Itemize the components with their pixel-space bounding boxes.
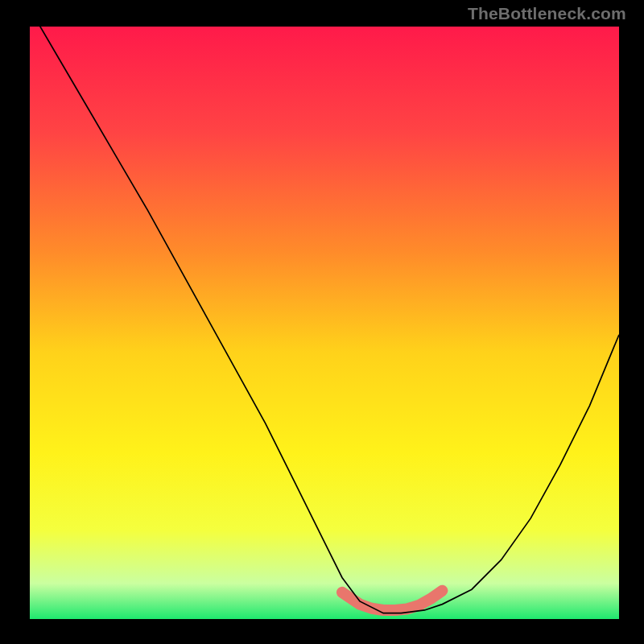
chart-plot-area [30, 27, 619, 619]
chart-svg [30, 27, 619, 619]
chart-frame: TheBottleneck.com [0, 0, 644, 644]
watermark-text: TheBottleneck.com [468, 5, 626, 22]
chart-background [30, 27, 619, 619]
